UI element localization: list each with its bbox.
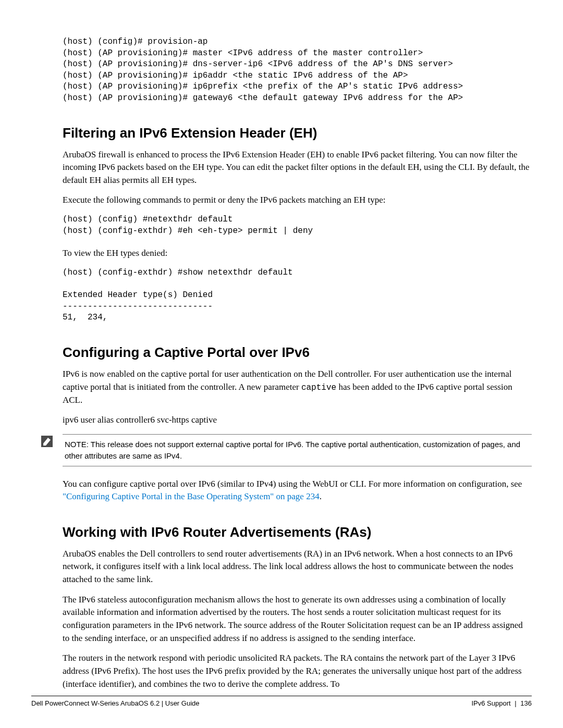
footer-right: IPv6 Support | 136 — [472, 699, 532, 707]
note-container: NOTE: This release does not support exte… — [63, 434, 532, 466]
paragraph: You can configure captive portal over IP… — [63, 478, 532, 503]
text: . — [320, 491, 322, 501]
note-icon — [31, 434, 63, 448]
paragraph: To view the EH types denied: — [63, 247, 532, 260]
heading-router-advertisements: Working with IPv6 Router Advertisements … — [63, 524, 532, 540]
paragraph: The routers in the network respond with … — [63, 652, 532, 690]
footer-section: IPv6 Support — [472, 699, 511, 707]
page-footer: Dell PowerConnect W-Series ArubaOS 6.2 |… — [31, 696, 532, 707]
paragraph-command: ipv6 user alias controller6 svc-https ca… — [63, 414, 532, 427]
page: (host) (config)# provision-ap (host) (AP… — [0, 0, 563, 728]
footer-page-number: 136 — [520, 699, 532, 707]
paragraph: ArubaOS enables the Dell controllers to … — [63, 548, 532, 586]
heading-filtering-eh: Filtering an IPv6 Extension Header (EH) — [63, 125, 532, 141]
text: You can configure captive portal over IP… — [63, 479, 522, 489]
footer-left: Dell PowerConnect W-Series ArubaOS 6.2 |… — [31, 699, 200, 707]
paragraph: The IPv6 stateless autoconfiguration mec… — [63, 594, 532, 645]
note-text: NOTE: This release does not support exte… — [63, 434, 532, 466]
paragraph: Execute the following commands to permit… — [63, 194, 532, 207]
cross-reference-link[interactable]: "Configuring Captive Portal in the Base … — [63, 491, 320, 501]
footer-separator: | — [515, 699, 516, 707]
paragraph: IPv6 is now enabled on the captive porta… — [63, 368, 532, 406]
code-block-eh-permit-deny: (host) (config) #netexthdr default (host… — [63, 214, 532, 237]
inline-code: captive — [301, 383, 336, 392]
heading-captive-portal: Configuring a Captive Portal over IPv6 — [63, 344, 532, 361]
code-block-provision-ap: (host) (config)# provision-ap (host) (AP… — [63, 36, 532, 104]
paragraph: ArubaOS firewall is enhanced to process … — [63, 149, 532, 187]
code-block-eh-show: (host) (config-exthdr) #show netexthdr d… — [63, 267, 532, 324]
